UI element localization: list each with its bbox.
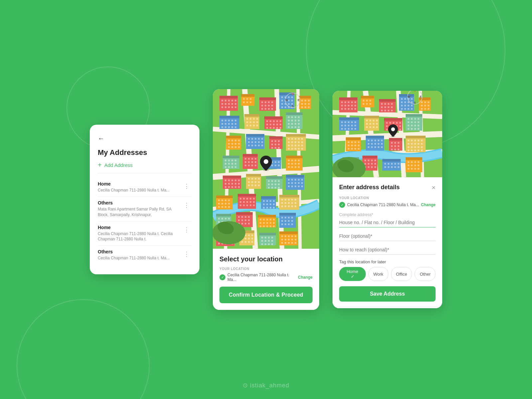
address-item: Others Cecilia Chapman 711-2880 Nulla t.…: [98, 246, 192, 264]
svg-point-3: [391, 127, 395, 131]
watermark: ⊙ istiak_ahmed: [243, 382, 289, 389]
svg-point-1: [264, 159, 268, 164]
address-label: Others: [98, 249, 170, 254]
details-bottom: Enter address details × YOUR LOCATION ✓ …: [332, 177, 442, 308]
address-list: Home Cecilia Chapman 711-2880 Nulla t. M…: [98, 178, 192, 264]
address-item: Others Mata Rani Apartment Samar Pally R…: [98, 197, 192, 221]
tag-button-home[interactable]: Home ✓: [339, 267, 366, 281]
address-menu-button[interactable]: ⋮: [182, 182, 192, 191]
select-location-title: Select your location: [219, 255, 313, 263]
tags-container: Home ✓WorkOfficeOther: [339, 267, 436, 281]
page-title: My Addresses: [98, 148, 192, 157]
your-location-label: YOUR LOCATION: [219, 267, 313, 271]
tag-button-other[interactable]: Other: [415, 267, 436, 281]
map-bottom: Select your location YOUR LOCATION ✓ Cec…: [213, 249, 319, 310]
your-location-section: YOUR LOCATION ✓ Cecilia Chapman 711-2880…: [339, 196, 436, 208]
add-address-label: Add Address: [104, 162, 133, 168]
location-text2: Cecilia Chapman 711-2880 Nulla t. Ma...: [347, 202, 419, 207]
floor-input[interactable]: [339, 232, 436, 241]
your-location-label2: YOUR LOCATION: [339, 196, 436, 200]
map-pin: [260, 156, 272, 172]
map-area[interactable]: [213, 89, 319, 249]
address-menu-button[interactable]: ⋮: [182, 250, 192, 258]
address-menu-button[interactable]: ⋮: [182, 225, 192, 234]
how-to-reach-field: [339, 246, 436, 255]
address-label: Home: [98, 225, 178, 230]
divider: [98, 173, 192, 173]
select-location-panel: Select your location YOUR LOCATION ✓ Cec…: [213, 89, 319, 310]
back-button[interactable]: ←: [98, 135, 104, 142]
map-pin-small: [388, 124, 398, 138]
tag-label: Tag this location for later: [339, 259, 436, 264]
location-row2: ✓ Cecilia Chapman 711-2880 Nulla t. Ma..…: [339, 202, 436, 208]
tag-button-office[interactable]: Office: [391, 267, 412, 281]
check-icon2: ✓: [339, 202, 345, 208]
plus-icon: +: [98, 162, 102, 168]
confirm-proceed-button[interactable]: Confirm Location & Proceed: [219, 287, 313, 303]
tag-section: Tag this location for later Home ✓WorkOf…: [339, 259, 436, 281]
floor-field: [339, 232, 436, 241]
address-text: Cecilia Chapman 711-2880 Nulla t. Ma...: [98, 255, 170, 261]
change-button[interactable]: Change: [298, 275, 313, 280]
address-text: Cecilia Chapman 711-2880 Nulla t. Ma...: [98, 188, 170, 193]
addresses-panel: ← My Addresses + Add Address Home Cecili…: [90, 125, 200, 274]
complete-address-label: Complete address*: [339, 212, 436, 217]
how-to-reach-input[interactable]: [339, 246, 436, 255]
location-left: ✓ Cecilia Chapman 711-2880 Nulla t. Ma..…: [219, 273, 298, 282]
location-text: Cecilia Chapman 711-2880 Nulla t. Ma...: [227, 273, 298, 282]
address-menu-button[interactable]: ⋮: [182, 201, 192, 209]
tag-button-work[interactable]: Work: [368, 267, 388, 281]
close-button[interactable]: ×: [432, 184, 436, 191]
address-item: Home Cecilia Chapman 711-2880 Nulla t. M…: [98, 178, 192, 197]
location-row: ✓ Cecilia Chapman 711-2880 Nulla t. Ma..…: [219, 273, 313, 282]
change-button2[interactable]: Change: [421, 202, 436, 207]
complete-address-input[interactable]: [339, 218, 436, 227]
location-left2: ✓ Cecilia Chapman 711-2880 Nulla t. Ma..…: [339, 202, 419, 208]
details-title: Enter address details: [339, 184, 400, 191]
complete-address-field: Complete address*: [339, 212, 436, 227]
address-details-panel: Enter address details × YOUR LOCATION ✓ …: [332, 91, 442, 308]
save-address-button[interactable]: Save Address: [339, 286, 436, 302]
add-address-button[interactable]: + Add Address: [98, 162, 192, 168]
map-canvas-small: [332, 91, 442, 177]
details-header: Enter address details ×: [339, 184, 436, 191]
address-label: Others: [98, 200, 178, 205]
address-text: Mata Rani Apartment Samar Pally Rd, SA B…: [98, 206, 178, 218]
map-area-small[interactable]: [332, 91, 442, 177]
address-label: Home: [98, 181, 170, 187]
address-item: Home Cecilia Chapman 711-2880 Nulla t. C…: [98, 221, 192, 246]
address-text: Cecilia Chapman 711-2880 Nulla t. Cecili…: [98, 231, 178, 242]
check-icon: ✓: [219, 274, 225, 280]
